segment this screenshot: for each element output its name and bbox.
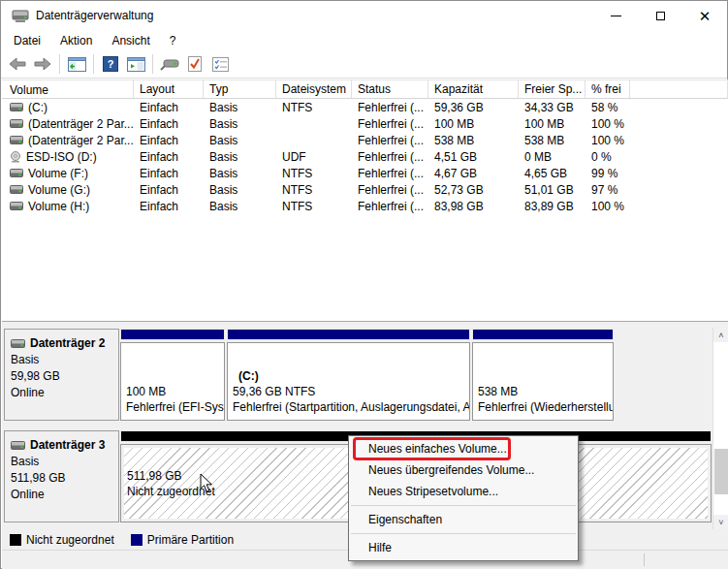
column-header-filler	[630, 80, 728, 98]
minimize-button[interactable]	[593, 1, 638, 30]
cell-status: Fehlerfrei (...	[352, 150, 428, 164]
cell-typ: Basis	[204, 200, 276, 213]
disk-3-header[interactable]: Datenträger 3 Basis 511,98 GB Online	[4, 430, 119, 522]
pane-splitter[interactable]	[2, 321, 728, 328]
cell-layout: Einfach	[134, 200, 204, 213]
partition-status: Fehlerfrei (Startpartition, Auslagerungs…	[233, 399, 464, 415]
table-row[interactable]: (Datenträger 2 Par...EinfachBasisFehlerf…	[2, 115, 728, 132]
cell-freiersp: 0 MB	[519, 150, 586, 164]
partition-color-band	[227, 329, 470, 340]
action-pane-button[interactable]	[123, 52, 148, 76]
title-bar: Datenträgerverwaltung ✕	[1, 1, 727, 30]
column-header-1[interactable]: Layout	[134, 80, 204, 98]
menu-ansicht[interactable]: Ansicht	[102, 32, 159, 49]
cell-status: Fehlerfrei (...	[352, 117, 428, 131]
minimize-icon	[611, 16, 621, 16]
menu-datei[interactable]: Datei	[4, 32, 50, 49]
context-menu-item-0[interactable]: Neues einfaches Volume...	[349, 438, 578, 459]
legend-label: Nicht zugeordnet	[26, 533, 114, 547]
menu-bar: Datei Aktion Ansicht ?	[1, 30, 727, 50]
cell-kapazitt: 538 MB	[428, 134, 519, 147]
context-menu-item-1[interactable]: Neues übergreifendes Volume...	[349, 459, 578, 481]
column-header-4[interactable]: Status	[352, 80, 428, 98]
column-header-0[interactable]: Volume	[2, 80, 134, 98]
column-header-7[interactable]: % frei	[586, 80, 630, 98]
context-menu-item-2[interactable]: Neues Stripesetvolume...	[349, 481, 578, 502]
checklist-button[interactable]	[207, 52, 233, 76]
volume-list-body: (C:)EinfachBasisNTFSFehlerfrei (...59,36…	[2, 99, 728, 214]
cell-dateisystem: UDF	[276, 150, 352, 164]
menu-aktion[interactable]: Aktion	[50, 32, 102, 49]
table-row[interactable]: Volume (F:)EinfachBasisNTFSFehlerfrei (.…	[2, 165, 728, 181]
cell-dateisystem: NTFS	[276, 200, 352, 213]
table-row[interactable]: (C:)EinfachBasisNTFSFehlerfrei (...59,36…	[2, 99, 728, 115]
rescan-disks-button[interactable]	[157, 52, 182, 76]
context-menu-item-4[interactable]: Hilfe	[349, 537, 578, 558]
scroll-up-button[interactable]: ˄︎	[713, 328, 728, 342]
cell-frei: 100 %	[586, 117, 630, 131]
scrollbar-thumb[interactable]	[714, 449, 728, 494]
disk-icon	[11, 339, 25, 348]
table-row[interactable]: Volume (H:)EinfachBasisNTFSFehlerfrei (.…	[2, 198, 728, 214]
help-button[interactable]: ?	[98, 52, 123, 76]
disk-icon	[11, 441, 25, 450]
cell-dateisystem: NTFS	[276, 183, 352, 197]
scroll-down-button[interactable]: ˅︎	[713, 515, 728, 529]
console-tree-button[interactable]	[64, 52, 89, 76]
maximize-button[interactable]	[638, 1, 682, 30]
table-row[interactable]: ESD-ISO (D:)EinfachBasisUDFFehlerfrei (.…	[2, 148, 728, 165]
back-button[interactable]	[5, 52, 30, 76]
partition-c[interactable]: (C:) 59,36 GB NTFS Fehlerfrei (Startpart…	[227, 329, 470, 421]
drive-icon	[10, 103, 23, 111]
disk-2-strip: 100 MB Fehlerfrei (EFI-Systempartition) …	[120, 329, 616, 421]
legend-label: Primäre Partition	[147, 533, 234, 547]
cell-volume: (Datenträger 2 Par...	[2, 134, 134, 147]
partition-color-band	[472, 329, 614, 340]
disk-2-header[interactable]: Datenträger 2 Basis 59,98 GB Online	[4, 329, 119, 421]
volume-list: VolumeLayoutTypDateisystemStatusKapazitä…	[2, 79, 728, 321]
context-menu-item-3[interactable]: Eigenschaften	[349, 509, 578, 530]
column-header-5[interactable]: Kapazität	[428, 80, 519, 98]
column-header-6[interactable]: Freier Sp...	[519, 80, 586, 98]
column-header-3[interactable]: Dateisystem	[276, 80, 352, 98]
chevron-down-icon: ˅︎	[718, 518, 723, 527]
cell-status: Fehlerfrei (...	[352, 134, 428, 147]
cell-kapazitt: 4,67 GB	[428, 167, 519, 180]
app-icon	[12, 9, 29, 23]
check-document-button[interactable]	[182, 52, 207, 76]
partition-efi[interactable]: 100 MB Fehlerfrei (EFI-Systempartition)	[120, 329, 225, 421]
cell-typ: Basis	[204, 117, 276, 131]
toolbar: ?	[1, 50, 727, 79]
legend-item-primary-partition: Primäre Partition	[131, 533, 234, 547]
table-row[interactable]: Volume (G:)EinfachBasisNTFSFehlerfrei (.…	[2, 181, 728, 198]
cell-typ: Basis	[204, 134, 276, 147]
cell-layout: Einfach	[134, 134, 204, 147]
vertical-scrollbar[interactable]: ˄︎ ˅︎	[712, 328, 728, 529]
close-icon: ✕	[699, 9, 712, 23]
forward-button[interactable]	[30, 52, 55, 76]
table-row[interactable]: (Datenträger 2 Par...EinfachBasisFehlerf…	[2, 132, 728, 148]
disk-type: Basis	[11, 454, 112, 470]
cell-kapazitt: 83,98 GB	[428, 200, 519, 213]
column-header-2[interactable]: Typ	[204, 80, 276, 98]
disk-type: Basis	[11, 352, 112, 368]
partition-label: (C:)	[233, 368, 464, 384]
context-menu-separator	[351, 533, 576, 534]
menu-hilfe[interactable]: ?	[160, 32, 186, 49]
cell-volume: Volume (H:)	[2, 200, 134, 213]
help-icon: ?	[103, 56, 118, 72]
cell-freiersp: 4,65 GB	[519, 167, 586, 180]
partition-recovery[interactable]: 538 MB Fehlerfrei (Wiederherstellu	[472, 329, 614, 421]
cell-frei: 0 %	[586, 150, 630, 164]
cell-layout: Einfach	[134, 117, 204, 131]
cell-layout: Einfach	[134, 183, 204, 197]
close-button[interactable]: ✕	[682, 1, 727, 30]
cell-status: Fehlerfrei (...	[352, 101, 428, 114]
partition-status: Fehlerfrei (EFI-Systempartition)	[126, 399, 219, 415]
cell-freiersp: 51,01 GB	[519, 183, 586, 197]
drive-icon	[10, 185, 23, 194]
cell-frei: 100 %	[586, 200, 630, 213]
disk-management-window: Datenträgerverwaltung ✕ Datei Aktion Ans…	[0, 0, 728, 569]
legend-item-unallocated: Nicht zugeordnet	[10, 533, 114, 547]
cell-status: Fehlerfrei (...	[352, 200, 428, 213]
